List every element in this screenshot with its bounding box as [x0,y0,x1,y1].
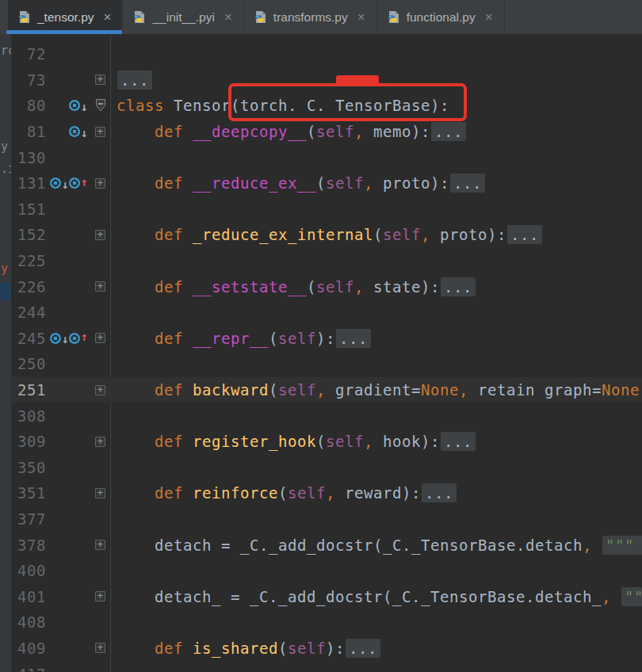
code-token: _reduce_ex_internal [193,226,373,243]
overridden-method-marker-icon[interactable]: ↓ [69,126,88,138]
folded-code-ellipsis[interactable]: ... [507,225,542,244]
tab-close-icon[interactable]: × [104,10,112,24]
line-number: 81 [11,123,46,140]
folded-code-ellipsis[interactable]: """ [621,587,642,606]
python-file-icon [132,10,146,24]
fold-expand-icon[interactable]: + [95,488,105,498]
code-line[interactable]: 308 [11,403,642,429]
editor-tab[interactable]: transforms.py× [244,0,377,34]
code-line[interactable]: 152+ def _reduce_ex_internal(self, proto… [11,222,642,248]
code-token [183,226,193,243]
fold-expand-icon[interactable]: + [95,281,105,292]
code-token: self [326,433,364,450]
overridden-method-marker-icon[interactable]: ↓ [69,100,88,112]
code-line[interactable]: 151 [11,197,642,223]
code-line[interactable]: 409+ def is_shared(self):... [11,636,642,662]
overrides-method-marker-icon[interactable]: ↑ [69,178,88,189]
fold-open-marker-icon[interactable] [95,98,106,113]
python-file-icon [254,10,267,24]
fold-column: + [90,333,111,343]
code-line[interactable]: 251+ def backward(self, gradient=None, r… [11,377,642,403]
fold-expand-icon[interactable]: + [95,178,105,189]
code-line[interactable]: 378+ detach = _C._add_docstr(_C._TensorB… [11,532,642,558]
project-item-fragment: y [1,139,8,154]
tab-close-icon[interactable]: × [485,10,493,24]
code-text[interactable]: def reinforce(self, reward):... [111,483,642,502]
code-token: detach = _C._add_docstr(_C._TensorBase.d… [117,536,583,554]
code-line[interactable]: 417 [11,661,642,672]
fold-expand-icon[interactable]: + [95,643,105,653]
fold-expand-icon[interactable]: + [95,540,105,550]
code-token: ( [316,174,326,192]
code-text[interactable]: def is_shared(self):... [111,639,642,658]
code-text[interactable]: def register_hook(self, hook):... [111,432,642,451]
folded-code-ellipsis[interactable]: ... [441,432,476,451]
code-line[interactable]: 350 [11,455,642,481]
code-token: self [278,381,316,399]
code-line[interactable]: 401+ detach_ = _C._add_docstr(_C._Tensor… [11,583,642,609]
folded-code-ellipsis[interactable]: ... [422,483,457,502]
code-text[interactable]: def _reduce_ex_internal(self, proto):... [111,225,642,244]
tab-close-icon[interactable]: × [357,10,365,24]
code-text[interactable]: def __reduce_ex__(self, proto):... [111,174,642,193]
code-token: , [421,226,430,243]
fold-expand-icon[interactable]: + [95,74,105,85]
folded-code-ellipsis[interactable]: ... [336,329,371,348]
fold-expand-icon[interactable]: + [95,385,105,395]
line-number: 73 [11,71,46,89]
overrides-method-marker-icon[interactable]: ↑ [69,332,88,344]
code-line[interactable]: 377 [11,506,642,533]
folded-code-ellipsis[interactable]: ... [117,71,152,90]
project-panel-strip[interactable]: rcy.iy [0,34,12,672]
overridden-method-marker-icon[interactable]: ↓ [50,178,69,189]
code-line[interactable]: 245↓↑+ def __repr__(self):... [11,326,642,352]
editor-tab[interactable]: functional.py× [377,0,505,34]
code-line[interactable]: 226+ def __setstate__(self, state):... [11,273,642,300]
line-number: 308 [11,407,46,425]
fold-expand-icon[interactable]: + [95,591,105,601]
code-text[interactable]: def __deepcopy__(self, memo):... [111,122,642,141]
code-text[interactable]: def __repr__(self):... [111,329,642,348]
fold-expand-icon[interactable]: + [95,127,105,137]
code-line[interactable]: 72 [11,41,642,67]
code-text[interactable]: detach = _C._add_docstr(_C._TensorBase.d… [111,536,642,555]
tab-close-icon[interactable]: × [224,10,232,24]
tab-bar: _tensor.py×__init__.pyi×transforms.py×fu… [0,0,642,34]
code-line[interactable]: 81↓+ def __deepcopy__(self, memo):... [11,119,642,145]
folded-code-ellipsis[interactable]: ... [431,122,466,141]
code-line[interactable]: 131↓↑+ def __reduce_ex__(self, proto):..… [11,170,642,197]
code-token: self [383,226,421,243]
code-token: , [602,588,611,605]
code-line[interactable]: 400 [11,558,642,584]
code-token: memo): [364,123,430,140]
fold-expand-icon[interactable]: + [95,230,105,240]
folded-code-ellipsis[interactable]: ... [346,639,380,658]
code-token: def [155,433,183,450]
editor-tab[interactable]: __init__.pyi× [123,0,243,34]
code-text[interactable]: detach_ = _C._add_docstr(_C._TensorBase.… [111,587,642,606]
folded-code-ellipsis[interactable]: ... [450,174,485,193]
code-line[interactable]: 408 [11,609,642,636]
code-token: ( [269,381,278,399]
code-line[interactable]: 250 [11,351,642,377]
code-line[interactable]: 309+ def register_hook(self, hook):... [11,429,642,455]
overridden-method-marker-icon[interactable]: ↓ [50,332,69,344]
code-token: ... [349,640,377,657]
code-line[interactable]: 351+ def reinforce(self, reward):... [11,480,642,506]
code-line[interactable]: 244 [11,300,642,326]
code-token [117,381,155,399]
code-line[interactable]: 130 [11,144,642,170]
code-token: proto): [373,174,449,192]
code-text[interactable]: def backward(self, gradient=None, retain… [111,381,642,399]
folded-code-ellipsis[interactable]: """ . [602,536,642,555]
code-token: , [459,381,468,399]
code-text[interactable]: def __setstate__(self, state):... [111,277,642,296]
line-number: 226 [11,278,46,296]
folded-code-ellipsis[interactable]: ... [441,277,476,296]
editor-tab[interactable]: _tensor.py× [8,0,123,34]
code-line[interactable]: 225 [11,248,642,274]
code-rows: 7273+...80↓class Tensor(torch._C._Tensor… [11,41,642,672]
fold-expand-icon[interactable]: + [95,437,105,447]
code-token [183,433,193,450]
fold-expand-icon[interactable]: + [95,333,105,343]
